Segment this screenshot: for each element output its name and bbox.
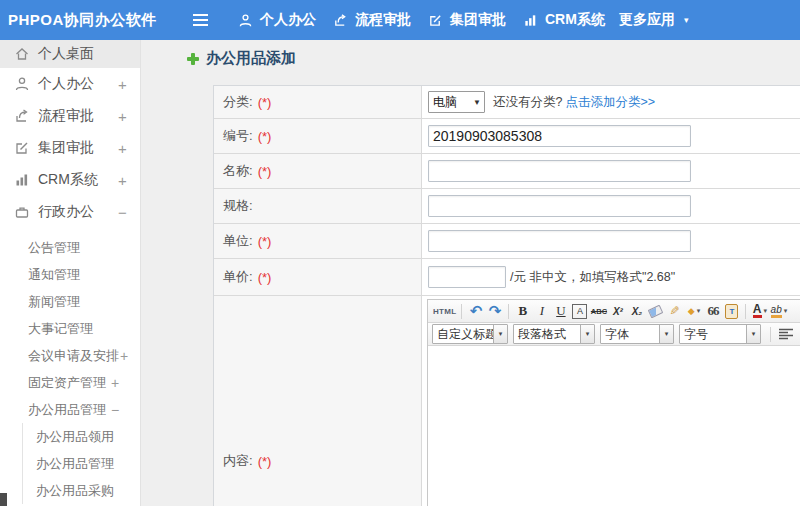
nav-label: 个人办公: [260, 11, 316, 29]
nav-label: 更多应用: [619, 11, 675, 29]
font-size-select[interactable]: 字号▾: [679, 324, 761, 344]
approval-icon: [14, 140, 30, 156]
hamburger-icon: [193, 14, 208, 16]
price-label: 单价: (*): [214, 259, 422, 295]
category-select[interactable]: 电脑 ▼: [428, 91, 485, 113]
expand-plus-icon[interactable]: +: [118, 108, 127, 125]
strikethrough-button[interactable]: ABC: [590, 302, 607, 320]
sub-item-label: 新闻管理: [28, 293, 80, 311]
eraser-icon: [648, 304, 664, 318]
font-color-button[interactable]: A▾: [751, 302, 768, 320]
flow-icon: [333, 13, 348, 28]
add-category-link[interactable]: 点击添加分类>>: [565, 94, 655, 111]
field-label: 编号:: [223, 127, 253, 145]
paragraph-format-select[interactable]: 段落格式▾: [513, 324, 595, 344]
spec-input[interactable]: [428, 195, 691, 217]
clipboard-icon: T: [725, 304, 738, 319]
font-family-select[interactable]: 字体▾: [600, 324, 674, 344]
toolbar-separator: [461, 304, 462, 319]
form-row-name: 名称: (*): [214, 154, 800, 189]
toolbar-separator: [745, 304, 746, 319]
sidebar-item-label: CRM系统: [38, 171, 98, 189]
caret-down-icon: ▾: [784, 307, 788, 315]
remove-format-button[interactable]: [647, 302, 664, 320]
nav-process-approval[interactable]: 流程审批: [333, 0, 411, 40]
sidebar-item-group-approval[interactable]: 集团审批 +: [0, 132, 140, 164]
highlight-ab-icon: ab: [771, 305, 782, 318]
sidebar-item-meeting-mgmt[interactable]: 会议申请及安排+: [0, 342, 140, 369]
sidebar-item-crm[interactable]: CRM系统 +: [0, 164, 140, 196]
redo-button[interactable]: ↷: [486, 302, 503, 320]
expand-plus-icon[interactable]: +: [120, 348, 128, 364]
sidebar-item-supplies-mgmt[interactable]: 办公用品管理−: [0, 396, 140, 423]
top-header: PHPOA协同办公软件 个人办公 流程审批 集团审批 C: [0, 0, 800, 40]
sidebar-item-supplies-purchase[interactable]: 办公用品采购: [23, 477, 140, 504]
align-left-button[interactable]: [778, 328, 794, 340]
sidebar-item-asset-mgmt[interactable]: 固定资产管理+: [0, 369, 140, 396]
expand-plus-icon[interactable]: +: [118, 140, 127, 157]
subscript-button[interactable]: X₂: [628, 302, 645, 320]
chart-icon: [523, 13, 538, 28]
sidebar-item-process-approval[interactable]: 流程审批 +: [0, 100, 140, 132]
align-left-icon: [778, 328, 794, 340]
custom-title-select[interactable]: 自定义标题▾: [432, 324, 508, 344]
sidebar-item-notice-mgmt[interactable]: 通知管理: [0, 261, 140, 288]
paste-text-button[interactable]: T: [723, 302, 740, 320]
expand-plus-icon[interactable]: +: [118, 76, 127, 93]
sub-item-label: 办公用品采购: [36, 482, 114, 500]
caret-down-icon: ▾: [764, 307, 768, 315]
undo-button[interactable]: ↶: [467, 302, 484, 320]
form-row-code: 编号: (*): [214, 119, 800, 154]
format-painter-button[interactable]: ✎: [666, 302, 683, 320]
expand-plus-icon[interactable]: +: [111, 375, 119, 391]
bold-button[interactable]: B: [514, 302, 531, 320]
supplies-add-form: 分类: (*) 电脑 ▼ 还没有分类? 点击添加分类>> 编号:: [213, 85, 800, 506]
nav-group-approval[interactable]: 集团审批: [428, 0, 506, 40]
collapse-minus-icon[interactable]: −: [118, 204, 127, 221]
sidebar-item-label: 个人桌面: [38, 45, 94, 63]
nav-more-apps[interactable]: 更多应用 ▾: [619, 0, 689, 40]
collapse-minus-icon[interactable]: −: [111, 402, 119, 418]
category-hint: 还没有分类?: [493, 94, 562, 111]
wand-icon: ◆: [688, 306, 695, 316]
supplies-submenu: 办公用品领用 办公用品管理 办公用品采购: [22, 423, 140, 504]
chart-icon: [14, 172, 30, 188]
sidebar-item-supplies-manage[interactable]: 办公用品管理: [23, 450, 140, 477]
code-input[interactable]: [428, 125, 691, 147]
sidebar-item-memorabilia-mgmt[interactable]: 大事记管理: [0, 315, 140, 342]
sidebar-item-supplies-claim[interactable]: 办公用品领用: [23, 423, 140, 450]
nav-personal-office[interactable]: 个人办公: [238, 0, 316, 40]
menu-toggle-button[interactable]: [193, 13, 211, 27]
sidebar-item-news-mgmt[interactable]: 新闻管理: [0, 288, 140, 315]
sub-item-label: 通知管理: [28, 266, 80, 284]
sidebar-item-announcement-mgmt[interactable]: 公告管理: [0, 234, 140, 261]
price-input[interactable]: [428, 266, 506, 288]
required-mark: (*): [258, 95, 272, 110]
person-icon: [238, 13, 253, 28]
toolbar-separator: [770, 327, 771, 342]
blockquote-button[interactable]: 66: [704, 302, 721, 320]
html-source-button[interactable]: HTML: [433, 302, 456, 320]
name-input[interactable]: [428, 160, 691, 182]
selected-option: 电脑: [429, 94, 457, 111]
auto-format-button[interactable]: ◆▾: [685, 302, 702, 320]
field-label: 规格:: [223, 197, 253, 215]
highlight-button[interactable]: ab▾: [770, 302, 787, 320]
unit-input[interactable]: [428, 230, 691, 252]
italic-button[interactable]: I: [533, 302, 550, 320]
main-content: 办公用品添加 分类: (*) 电脑 ▼ 还没有分类? 点击添加分类>>: [141, 40, 800, 506]
form-row-spec: 规格:: [214, 189, 800, 224]
sidebar-item-desktop[interactable]: 个人桌面: [0, 40, 140, 68]
combo-value: 字体: [601, 326, 659, 343]
superscript-button[interactable]: X²: [609, 302, 626, 320]
name-label: 名称: (*): [214, 154, 422, 188]
corner-widget[interactable]: [0, 493, 7, 506]
sidebar-item-admin-office[interactable]: 行政办公 −: [0, 196, 140, 228]
expand-plus-icon[interactable]: +: [118, 172, 127, 189]
editor-toolbar-row2: 自定义标题▾ 段落格式▾ 字体▾ 字号▾ ∞: [428, 323, 800, 346]
editor-content-area[interactable]: [428, 346, 800, 506]
underline-button[interactable]: U: [552, 302, 569, 320]
nav-crm-system[interactable]: CRM系统: [523, 0, 605, 40]
sidebar-item-personal-office[interactable]: 个人办公 +: [0, 68, 140, 100]
autotypeset-button[interactable]: A: [571, 302, 588, 320]
